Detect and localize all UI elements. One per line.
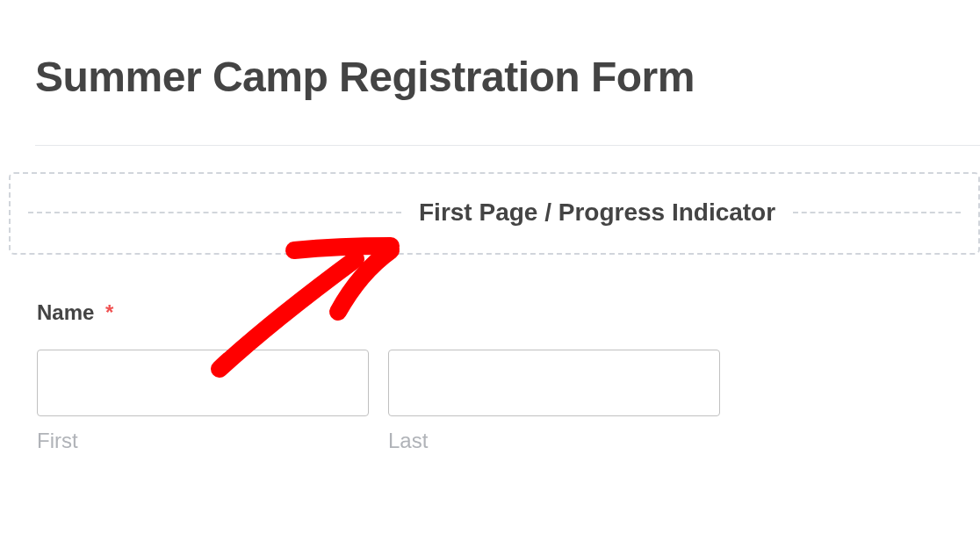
name-label-text: Name <box>37 300 94 324</box>
first-name-field[interactable] <box>37 350 369 416</box>
last-name-sublabel: Last <box>388 429 720 453</box>
name-input-row: First Last <box>0 325 980 453</box>
dashed-line-right <box>793 212 961 213</box>
name-field-label: Name * <box>0 255 980 325</box>
progress-indicator-placeholder[interactable]: First Page / Progress Indicator <box>9 172 980 255</box>
dashed-line-left <box>28 212 401 213</box>
progress-indicator-label: First Page / Progress Indicator <box>419 198 775 227</box>
last-name-group: Last <box>388 350 720 453</box>
first-name-sublabel: First <box>37 429 369 453</box>
first-name-group: First <box>37 350 369 453</box>
required-star-icon: * <box>105 300 113 324</box>
last-name-field[interactable] <box>388 350 720 416</box>
page-title: Summer Camp Registration Form <box>0 0 980 101</box>
divider-line <box>35 145 980 146</box>
